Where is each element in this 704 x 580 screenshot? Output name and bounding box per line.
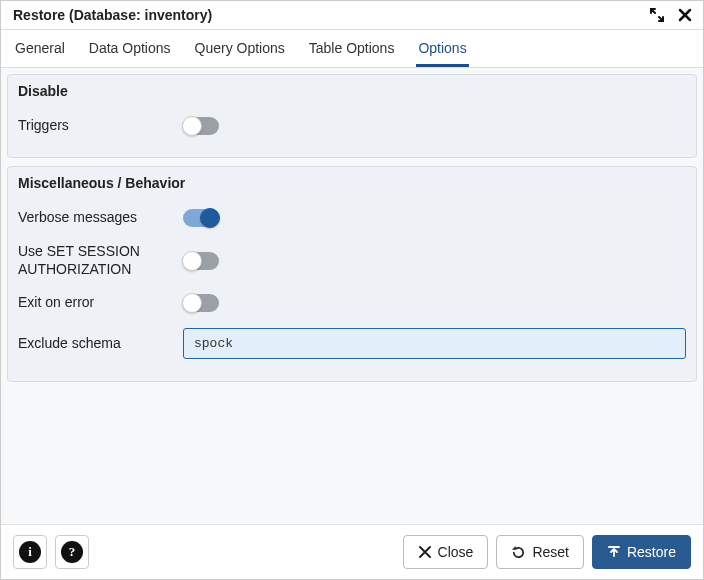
close-button[interactable]: Close [403,535,489,569]
section-misc-body: Verbose messages Use SET SESSION AUTHORI… [8,197,696,381]
tab-general[interactable]: General [13,30,67,67]
restore-dialog: Restore (Database: inventory) General Da… [0,0,704,580]
info-button[interactable]: i [13,535,47,569]
x-icon [418,545,432,559]
titlebar-actions [649,7,693,23]
toggle-set-session-auth[interactable] [183,252,219,270]
toggle-exit-on-error[interactable] [183,294,219,312]
label-verbose: Verbose messages [18,209,183,227]
help-button[interactable]: ? [55,535,89,569]
label-exit-on-error: Exit on error [18,294,183,312]
row-exit-on-error: Exit on error [18,286,686,320]
tab-bar: General Data Options Query Options Table… [1,30,703,68]
section-disable-title: Disable [8,75,696,105]
label-exclude-schema: Exclude schema [18,335,183,353]
row-triggers: Triggers [18,109,686,143]
restore-button-label: Restore [627,544,676,560]
row-set-session-auth: Use SET SESSION AUTHORIZATION [18,235,686,286]
tab-data-options[interactable]: Data Options [87,30,173,67]
restore-button[interactable]: Restore [592,535,691,569]
close-icon[interactable] [677,7,693,23]
titlebar: Restore (Database: inventory) [1,1,703,30]
footer: i ? Close Reset Restore [1,524,703,579]
help-icon: ? [61,541,83,563]
info-icon: i [19,541,41,563]
section-misc-title: Miscellaneous / Behavior [8,167,696,197]
tab-query-options[interactable]: Query Options [193,30,287,67]
label-set-session-auth: Use SET SESSION AUTHORIZATION [18,243,183,278]
dialog-title: Restore (Database: inventory) [13,7,649,23]
section-disable: Disable Triggers [7,74,697,158]
label-triggers: Triggers [18,117,183,135]
options-content: Disable Triggers Miscellaneous / Behavio… [1,68,703,524]
input-exclude-schema[interactable] [183,328,686,359]
row-verbose: Verbose messages [18,201,686,235]
toggle-triggers[interactable] [183,117,219,135]
reset-button[interactable]: Reset [496,535,584,569]
reset-button-label: Reset [532,544,569,560]
tab-table-options[interactable]: Table Options [307,30,397,67]
upload-icon [607,545,621,559]
close-button-label: Close [438,544,474,560]
row-exclude-schema: Exclude schema [18,320,686,367]
section-disable-body: Triggers [8,105,696,157]
toggle-verbose[interactable] [183,209,219,227]
reset-icon [511,545,526,560]
tab-options[interactable]: Options [416,30,468,67]
section-misc: Miscellaneous / Behavior Verbose message… [7,166,697,382]
expand-icon[interactable] [649,7,665,23]
